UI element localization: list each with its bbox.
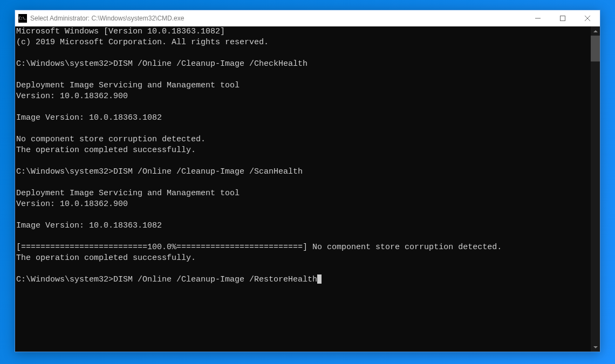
scrollbar[interactable] (591, 26, 600, 352)
minimize-button[interactable] (525, 10, 550, 26)
terminal-line (16, 70, 590, 80)
terminal-line: The operation completed successfully. (16, 253, 590, 264)
terminal-line: Deployment Image Servicing and Managemen… (16, 80, 590, 91)
terminal-line (16, 156, 590, 167)
terminal-line: C:\Windows\system32>DISM /Online /Cleanu… (16, 167, 590, 177)
svg-marker-4 (593, 30, 598, 32)
window-controls (525, 10, 600, 26)
scroll-up-button[interactable] (591, 26, 600, 36)
terminal[interactable]: Microsoft Windows [Version 10.0.18363.10… (15, 26, 591, 352)
terminal-prompt-line: C:\Windows\system32>DISM /Online /Cleanu… (16, 274, 590, 285)
terminal-line (16, 231, 590, 242)
scroll-down-button[interactable] (591, 342, 600, 352)
cmd-window: C:\. Select Administrator: C:\Windows\sy… (15, 10, 600, 352)
window-title: Select Administrator: C:\Windows\system3… (30, 15, 525, 22)
terminal-line: No component store corruption detected. (16, 134, 590, 145)
svg-marker-5 (593, 346, 598, 348)
maximize-button[interactable] (550, 10, 575, 26)
close-button[interactable] (575, 10, 600, 26)
terminal-cursor (317, 274, 322, 284)
terminal-area: Microsoft Windows [Version 10.0.18363.10… (15, 26, 600, 352)
terminal-line (16, 264, 590, 274)
terminal-line: Deployment Image Servicing and Managemen… (16, 188, 590, 199)
terminal-prompt-text: C:\Windows\system32>DISM /Online /Cleanu… (16, 275, 317, 284)
terminal-line (16, 177, 590, 188)
terminal-line (16, 123, 590, 134)
titlebar[interactable]: C:\. Select Administrator: C:\Windows\sy… (15, 10, 600, 26)
terminal-line (16, 210, 590, 221)
terminal-line: Image Version: 10.0.18363.1082 (16, 113, 590, 123)
cmd-icon: C:\. (18, 14, 27, 23)
terminal-line: Image Version: 10.0.18363.1082 (16, 221, 590, 231)
terminal-line (16, 48, 590, 59)
terminal-line: Version: 10.0.18362.900 (16, 199, 590, 210)
svg-rect-1 (561, 16, 565, 21)
terminal-line: (c) 2019 Microsoft Corporation. All righ… (16, 37, 590, 48)
terminal-line: [==========================100.0%=======… (16, 242, 590, 253)
scrollbar-thumb[interactable] (591, 36, 600, 61)
terminal-line: Version: 10.0.18362.900 (16, 91, 590, 102)
terminal-line: Microsoft Windows [Version 10.0.18363.10… (16, 26, 590, 37)
terminal-line (16, 102, 590, 113)
terminal-line: C:\Windows\system32>DISM /Online /Cleanu… (16, 59, 590, 70)
terminal-line: The operation completed successfully. (16, 145, 590, 156)
